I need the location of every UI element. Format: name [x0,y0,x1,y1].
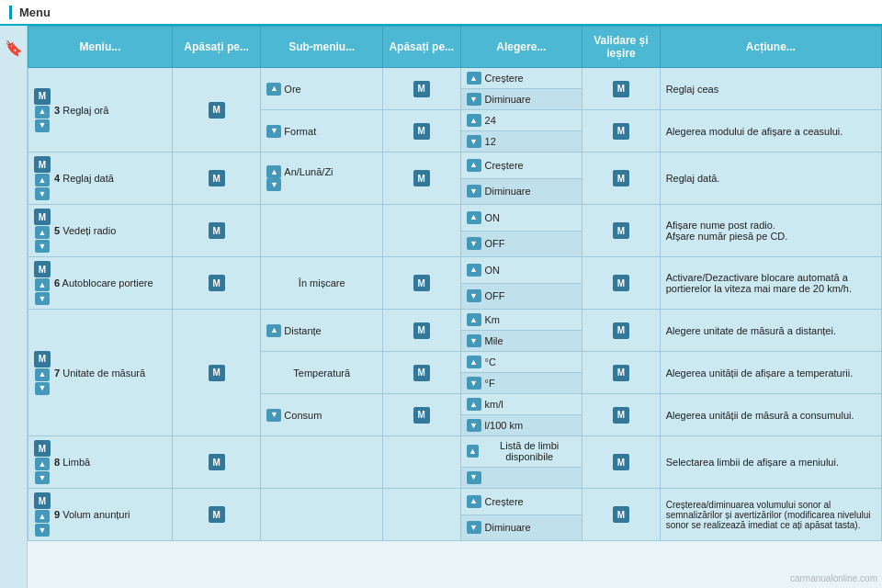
submeniu-cell: În mișcare [261,257,383,310]
up-button[interactable]: ▲ [467,159,481,172]
up-button[interactable]: ▲ [467,495,481,508]
down-button[interactable]: ▼ [467,377,481,390]
up-button[interactable]: ▲ [35,226,50,239]
up-button[interactable]: ▲ [467,72,481,85]
updown-group: ▲ ▼ [35,174,50,200]
apasa2-distante-cell: M [383,310,460,352]
meniu-cell: M ▲ ▼ 4 Reglaj dată [28,153,173,205]
down-button[interactable]: ▼ [467,237,481,250]
down-button[interactable]: ▼ [35,187,50,200]
meniu-cell: M ▲ ▼ 6 Autoblocare portiere [28,257,173,310]
m-button[interactable]: M [413,407,430,424]
m-button[interactable]: M [34,261,51,277]
table-row: M ▲ ▼ 6 Autoblocare portiere M În mișcar… [28,257,882,284]
header-bar: Menu [0,0,882,26]
up-button[interactable]: ▲ [35,458,50,470]
updown-group: ▲ ▼ [35,510,50,537]
submeniu-consum-cell: ▼ Consum [261,394,383,436]
m-button[interactable]: M [413,123,430,140]
m-button[interactable]: M [34,88,51,105]
m-button[interactable]: M [209,102,225,119]
m-button[interactable]: M [34,492,51,509]
down-button[interactable]: ▼ [35,292,50,305]
alegere-cell: ▲ ON [460,205,582,232]
down-button[interactable]: ▼ [467,93,481,106]
m-button[interactable]: M [613,506,629,523]
updown-group: ▲ ▼ [35,106,50,132]
down-button[interactable]: ▼ [266,125,281,138]
down-button[interactable]: ▼ [35,471,50,484]
m-button[interactable]: M [209,454,225,470]
m-button[interactable]: M [413,275,430,291]
down-button[interactable]: ▼ [266,409,281,422]
actiune-cell: Afișare nume post radio.Afșare număr pie… [660,205,881,257]
m-button[interactable]: M [209,222,225,239]
up-button[interactable]: ▲ [467,114,481,127]
down-button[interactable]: ▼ [467,289,481,302]
up-button[interactable]: ▲ [35,368,50,381]
m-button[interactable]: M [613,81,629,97]
m-button[interactable]: M [413,170,430,187]
updown-group: ▲ ▼ [35,226,50,253]
down-button[interactable]: ▼ [467,521,481,534]
down-button[interactable]: ▼ [467,471,481,484]
m-button[interactable]: M [209,365,225,381]
alegere-cell: ▼ OFF [460,231,582,257]
up-button[interactable]: ▲ [35,106,50,119]
m-button[interactable]: M [34,209,51,225]
m-button[interactable]: M [209,506,225,523]
up-button[interactable]: ▲ [467,398,481,411]
down-button[interactable]: ▼ [467,334,481,347]
up-button[interactable]: ▲ [35,174,50,187]
m-button[interactable]: M [34,156,51,173]
m-button[interactable]: M [613,322,629,339]
actiune-cell: Creșterea/diminuarea volumului sonor al … [660,489,881,541]
down-button[interactable]: ▼ [467,419,481,432]
up-button[interactable]: ▲ [467,445,480,458]
meniu-cell: M ▲ ▼ 7 Unitate de măsură [28,310,173,436]
alegere-cell: ▼ °F [460,373,582,394]
apasa1-cell: M [172,436,261,489]
down-button[interactable]: ▼ [35,119,50,132]
down-button[interactable]: ▼ [35,382,50,395]
m-button[interactable]: M [209,275,225,291]
m-button[interactable]: M [34,440,51,457]
up-button[interactable]: ▲ [467,211,481,224]
apasa2-temp-cell: M [383,352,460,394]
up-button[interactable]: ▲ [467,313,481,326]
up-button[interactable]: ▲ [467,264,481,277]
down-button[interactable]: ▼ [35,240,50,253]
up-button[interactable]: ▲ [266,324,281,337]
apasa2-format-cell: M [383,110,460,153]
up-button[interactable]: ▲ [266,83,281,96]
m-button[interactable]: M [413,365,430,381]
m-button[interactable]: M [413,322,430,339]
up-button[interactable]: ▲ [35,278,50,291]
col-header-actiune: Acțiune... [660,27,881,68]
up-button[interactable]: ▲ [467,356,481,368]
m-button[interactable]: M [613,454,629,470]
validare-temp-cell: M [582,352,660,394]
m-button[interactable]: M [613,222,629,239]
validare-cell: M [582,489,660,541]
down-button[interactable]: ▼ [35,524,50,537]
m-button[interactable]: M [34,351,51,368]
down-button[interactable]: ▼ [467,135,481,148]
alegere-cell: ▼ Diminuare [460,89,582,110]
submeniu-temp-cell: Temperatură [261,352,383,394]
m-button[interactable]: M [209,170,225,187]
m-button[interactable]: M [413,81,430,97]
apasa1-cell: M [172,153,261,205]
apasa2-consum-cell: M [383,394,460,436]
down-button[interactable]: ▼ [467,185,481,198]
m-button[interactable]: M [613,275,629,291]
m-button[interactable]: M [613,407,629,424]
validare-cell: M [582,436,660,489]
m-button[interactable]: M [613,123,629,140]
alegere-cell: ▲ Creștere [460,68,582,89]
up-button[interactable]: ▲ [266,165,281,178]
up-button[interactable]: ▲ [35,510,50,523]
m-button[interactable]: M [613,170,629,187]
down-button[interactable]: ▼ [266,178,281,191]
m-button[interactable]: M [613,365,629,381]
